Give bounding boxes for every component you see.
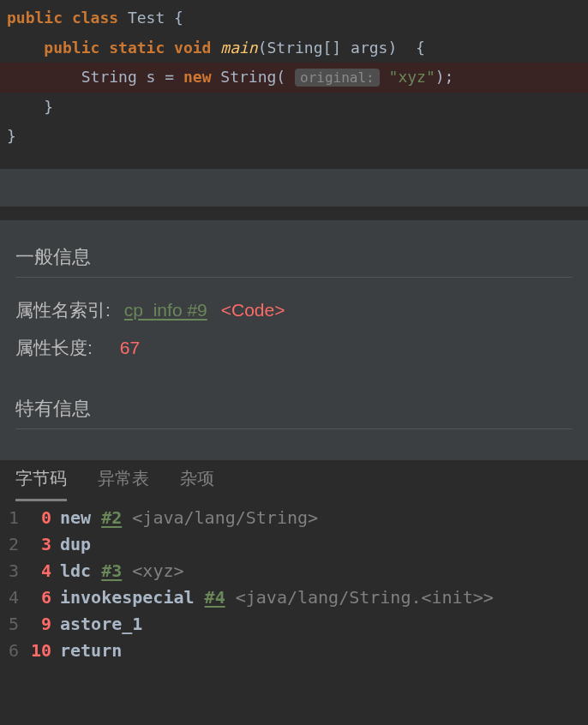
brace: } — [7, 127, 16, 145]
keyword-class: class — [72, 9, 118, 27]
bc-instr: return — [60, 640, 122, 661]
eq: = — [165, 68, 174, 86]
bc-linenum: 6 — [0, 638, 24, 664]
ctor-name: String — [220, 68, 276, 86]
bc-linenum: 3 — [0, 558, 24, 584]
code-line-2: public static void main(String[] args) { — [0, 33, 588, 63]
tab-exception[interactable]: 异常表 — [98, 467, 149, 501]
attr-index-link[interactable]: cp_info #9 — [124, 300, 207, 321]
general-section-title: 一般信息 — [15, 244, 573, 270]
bc-offset: 10 — [24, 638, 60, 664]
divider — [15, 428, 573, 429]
brace: { — [416, 39, 425, 57]
bc-instr: astore_1 — [60, 614, 142, 634]
bc-comment: <java/lang/String.<init>> — [236, 587, 494, 608]
brace: { — [174, 9, 183, 27]
attr-index-value: <Code> — [221, 300, 285, 321]
brace: } — [44, 98, 53, 116]
bc-comment: <java/lang/String> — [132, 507, 318, 528]
code-line-5: } — [0, 122, 588, 152]
bytecode-row: 6 10 return — [0, 638, 588, 664]
bc-offset: 0 — [24, 505, 60, 531]
var-name: s — [147, 68, 156, 86]
params: (String[] args) — [258, 39, 398, 57]
attr-length-row: 属性长度: 67 — [15, 336, 573, 360]
rparen: ); — [435, 68, 454, 86]
string-literal: "xyz" — [389, 68, 435, 86]
attr-index-label: 属性名索引: — [15, 298, 111, 322]
bytecode-row: 1 0 new #2 <java/lang/String> — [0, 505, 588, 531]
param-hint: original: — [295, 69, 380, 87]
keyword-public: public — [7, 9, 63, 27]
tab-bytecode[interactable]: 字节码 — [15, 467, 67, 501]
specific-section-title: 特有信息 — [15, 396, 573, 422]
divider — [15, 277, 573, 278]
keyword-void: void — [174, 39, 211, 57]
method-name: main — [220, 39, 257, 57]
code-editor[interactable]: public class Test { public static void m… — [0, 0, 588, 169]
bc-offset: 6 — [24, 584, 60, 611]
attr-index-row: 属性名索引: cp_info #9 <Code> — [15, 298, 573, 322]
code-line-1: public class Test { — [0, 3, 588, 33]
bytecode-row: 5 9 astore_1 — [0, 611, 588, 638]
bottom-panel: 一般信息 属性名索引: cp_info #9 <Code> 属性长度: 67 特… — [0, 220, 588, 460]
bytecode-row: 4 6 invokespecial #4 <java/lang/String.<… — [0, 584, 588, 611]
gap — [0, 207, 588, 220]
bc-instr: invokespecial — [60, 587, 195, 608]
keyword-static: static — [109, 39, 165, 57]
bc-offset: 3 — [24, 531, 60, 558]
attr-length-value: 67 — [120, 338, 140, 358]
bc-offset: 4 — [24, 558, 60, 584]
code-line-4: } — [0, 93, 588, 123]
bc-linenum: 1 — [0, 505, 24, 531]
bc-instr: new — [60, 507, 91, 528]
bytecode-tabs: 字节码 异常表 杂项 — [0, 460, 588, 501]
bytecode-table: 1 0 new #2 <java/lang/String> 2 3 dup 3 … — [0, 501, 588, 668]
bytecode-row: 2 3 dup — [0, 531, 588, 558]
bc-linenum: 5 — [0, 611, 24, 638]
class-name: Test — [128, 9, 165, 27]
type-string: String — [81, 68, 137, 86]
bc-offset: 9 — [24, 611, 60, 638]
bc-linenum: 4 — [0, 584, 24, 611]
code-line-3: String s = new String( original: "xyz"); — [0, 63, 588, 93]
bc-ref[interactable]: #4 — [205, 587, 225, 608]
bc-linenum: 2 — [0, 531, 24, 558]
bytecode-row: 3 4 ldc #3 <xyz> — [0, 558, 588, 584]
keyword-public: public — [44, 39, 99, 57]
bc-ref[interactable]: #2 — [101, 507, 122, 528]
keyword-new: new — [183, 68, 212, 86]
bc-comment: <xyz> — [132, 560, 183, 581]
bc-instr: dup — [60, 534, 91, 554]
attr-length-label: 属性长度: — [15, 336, 93, 360]
spacer-bar — [0, 169, 588, 207]
lparen: ( — [276, 68, 285, 86]
bc-instr: ldc — [60, 560, 91, 581]
tab-misc[interactable]: 杂项 — [180, 467, 214, 501]
bc-ref[interactable]: #3 — [101, 560, 122, 581]
